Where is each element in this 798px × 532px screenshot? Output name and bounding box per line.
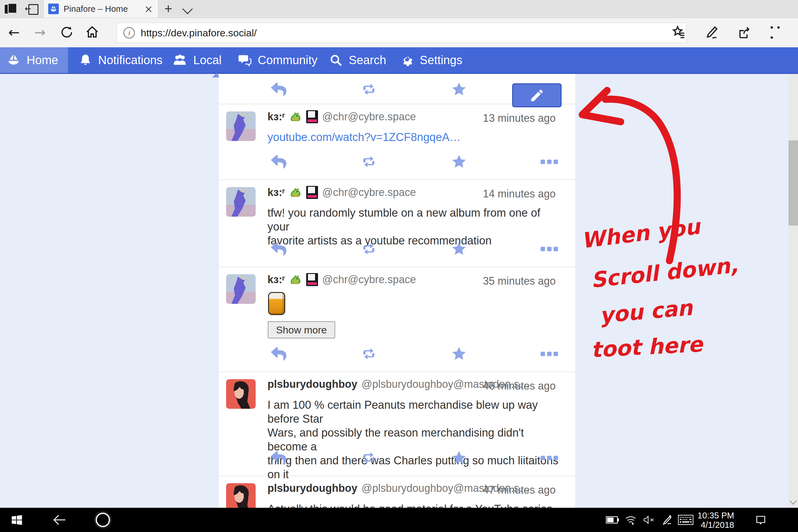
share-icon[interactable] <box>737 24 753 40</box>
boost-icon[interactable] <box>359 240 379 258</box>
clock-time: 10:35 PM <box>698 511 734 520</box>
nav-item-notifications[interactable]: Notifications <box>72 47 169 73</box>
taskbar-back-icon[interactable] <box>51 508 69 532</box>
battery-icon[interactable] <box>604 508 621 532</box>
windows-start-icon[interactable] <box>9 508 25 532</box>
dots <box>540 456 558 460</box>
reply-icon[interactable] <box>268 240 289 258</box>
toot[interactable]: kз:ʳ @chr@cybre.space 13 minutes ago you… <box>219 104 575 180</box>
refresh-button[interactable] <box>60 25 74 42</box>
action-center-icon[interactable] <box>752 508 770 532</box>
restore-tabs-icon[interactable]: ← <box>25 3 38 15</box>
page-scrollbar[interactable] <box>788 74 798 508</box>
toot-timestamp[interactable]: 14 minutes ago <box>483 188 556 200</box>
nav-item-community[interactable]: Community <box>231 47 324 73</box>
favorite-icon[interactable] <box>449 240 469 258</box>
tab-list-chevron-icon[interactable] <box>182 4 193 14</box>
arrow-shape: ← <box>25 7 31 10</box>
sailboat-icon <box>6 53 21 68</box>
chat-bubbles-icon <box>238 54 252 67</box>
taskbar-clock[interactable]: 10:35 PM 4/1/2018 <box>698 511 734 530</box>
nav-item-home[interactable]: Home <box>0 47 68 73</box>
web-note-pen-icon[interactable] <box>704 24 720 40</box>
url-field[interactable]: i https://dev.pinafore.social/ <box>117 23 686 43</box>
boost-icon[interactable] <box>359 80 379 98</box>
scrollbar-thumb[interactable] <box>788 140 798 226</box>
nav-item-settings[interactable]: Settings <box>394 47 469 73</box>
toot-timestamp[interactable]: 46 minutes ago <box>483 380 556 392</box>
forward-button[interactable]: → <box>34 24 46 40</box>
volume-muted-icon[interactable] <box>641 508 657 532</box>
timeline: kз:ʳ @chr@cybre.space 13 minutes ago you… <box>219 74 575 508</box>
toot[interactable]: plsburydoughboy @plsburydoughboy@mastodo… <box>219 372 575 476</box>
reply-icon[interactable] <box>268 449 289 467</box>
boost-icon[interactable] <box>359 345 379 363</box>
more-options-icon[interactable] <box>539 240 559 258</box>
avatar[interactable] <box>226 379 256 409</box>
display-name[interactable]: kз:ʳ <box>267 273 285 286</box>
display-name[interactable]: plsburydoughboy <box>267 482 357 494</box>
ink-text-line: toot here <box>590 331 703 362</box>
scrollbar-down-arrow-icon[interactable] <box>790 497 797 505</box>
more-options-icon[interactable] <box>539 153 559 171</box>
boost-icon[interactable] <box>359 153 379 171</box>
account-handle[interactable]: @chr@cybre.space <box>322 273 416 286</box>
favorites-hub-icon[interactable] <box>671 24 687 40</box>
dragon-emoji-icon <box>289 273 302 286</box>
display-name[interactable]: kз:ʳ <box>267 186 285 198</box>
show-more-button[interactable]: Show more <box>268 321 335 338</box>
url-text: https://dev.pinafore.social/ <box>141 27 256 39</box>
site-info-icon[interactable]: i <box>124 27 135 38</box>
nav-item-local[interactable]: Local <box>166 47 228 73</box>
browser-tab[interactable]: Pinafore – Home × <box>43 0 158 18</box>
reply-icon[interactable] <box>268 80 289 98</box>
pen-icon[interactable] <box>659 508 675 532</box>
avatar[interactable] <box>226 483 256 508</box>
dragon-emoji-icon <box>289 186 302 199</box>
display-name[interactable]: plsburydoughboy <box>267 378 357 391</box>
avatar[interactable] <box>226 274 256 304</box>
toot-partial-bottom[interactable]: plsburydoughboy @plsburydoughboy@mastodo… <box>219 476 575 508</box>
favorite-icon[interactable] <box>449 449 469 467</box>
touch-keyboard-icon[interactable] <box>676 508 695 532</box>
favorite-icon[interactable] <box>449 80 469 98</box>
avatar[interactable] <box>226 111 256 141</box>
toot-timestamp[interactable]: 13 minutes ago <box>483 112 556 125</box>
nav-label: Home <box>26 54 58 67</box>
search-icon <box>329 54 343 67</box>
drink-emoji-icon <box>268 292 285 315</box>
toot-timestamp[interactable]: 47 minutes ago <box>483 484 556 496</box>
toot-actions <box>219 240 575 258</box>
toot[interactable]: kз:ʳ @chr@cybre.space 35 minutes ago Sho… <box>219 267 575 372</box>
ring-shape <box>96 513 110 527</box>
compose-button[interactable] <box>512 83 562 107</box>
back-button[interactable]: ← <box>8 24 20 40</box>
favorite-icon[interactable] <box>449 345 469 363</box>
reply-icon[interactable] <box>268 153 289 171</box>
nav-item-search[interactable]: Search <box>323 47 393 73</box>
more-options-icon[interactable] <box>539 345 559 363</box>
toot-link[interactable]: youtube.com/watch?v=1ZCF8ngqeA… <box>267 130 563 144</box>
account-handle[interactable]: @chr@cybre.space <box>322 111 416 123</box>
favorite-icon[interactable] <box>449 153 469 171</box>
set-aside-tabs-icon[interactable] <box>5 3 18 15</box>
pinafore-favicon-icon <box>48 3 59 14</box>
reply-icon[interactable] <box>268 345 289 363</box>
wifi-icon[interactable] <box>623 508 639 532</box>
boost-icon[interactable] <box>359 449 379 467</box>
cortana-icon[interactable] <box>94 508 112 532</box>
new-tab-button[interactable]: + <box>164 1 172 17</box>
tab-close-icon[interactable]: × <box>145 3 153 15</box>
home-button[interactable] <box>85 25 99 42</box>
account-handle[interactable]: @chr@cybre.space <box>322 186 416 198</box>
toot-timestamp[interactable]: 35 minutes ago <box>483 275 556 287</box>
settings-more-icon[interactable]: • • • <box>770 24 786 40</box>
avatar[interactable] <box>226 187 256 217</box>
toot-text: Actually this would be good material for… <box>267 502 563 508</box>
toot[interactable]: kз:ʳ @chr@cybre.space 14 minutes ago tfw… <box>219 180 575 267</box>
browser-toolbar-right: • • • <box>671 22 786 43</box>
floppy-label <box>308 274 315 281</box>
more-options-icon[interactable] <box>539 449 559 467</box>
display-name[interactable]: kз:ʳ <box>267 111 285 123</box>
clock-date: 4/1/2018 <box>698 520 734 530</box>
